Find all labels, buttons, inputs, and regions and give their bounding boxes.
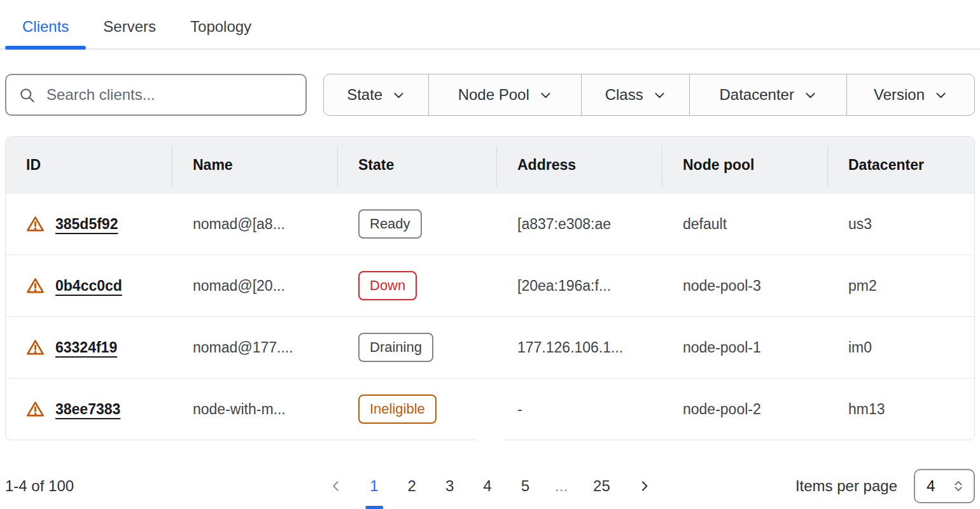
table-row: 63324f19 nomad@177.... Draining 177.126.… — [6, 316, 974, 378]
table-row: 385d5f92 nomad@[a8... Ready [a837:e308:a… — [6, 193, 974, 254]
column-header-state[interactable]: State — [338, 137, 497, 193]
search-input[interactable] — [45, 85, 293, 104]
chevron-down-icon — [934, 88, 948, 102]
table-header-row: ID Name State Address Node pool Datacent… — [6, 137, 974, 193]
items-per-page-label: Items per page — [795, 477, 897, 495]
state-badge: Draining — [358, 333, 433, 361]
client-name: nomad@[20... — [172, 255, 338, 316]
client-node-pool: node-pool-1 — [662, 317, 828, 378]
client-node-pool: default — [662, 193, 828, 254]
page-number-2[interactable]: 2 — [398, 472, 426, 500]
client-datacenter: im0 — [828, 317, 974, 378]
filter-state-label: State — [347, 86, 382, 104]
table-row: 0b4cc0cd nomad@[20... Down [20ea:196a:f.… — [6, 254, 974, 316]
chevron-down-icon — [653, 88, 666, 102]
state-badge: Ready — [358, 209, 422, 238]
column-header-address[interactable]: Address — [497, 137, 662, 193]
client-name: nomad@[a8... — [172, 193, 338, 254]
warning-icon — [26, 400, 45, 419]
filter-node-pool-label: Node Pool — [458, 86, 529, 104]
client-address: [20ea:196a:f... — [497, 255, 662, 316]
filter-group: State Node Pool Class Datacenter Version — [323, 74, 975, 116]
client-address: 177.126.106.1... — [497, 317, 662, 378]
client-id-link[interactable]: 385d5f92 — [55, 216, 118, 233]
filter-datacenter-label: Datacenter — [719, 86, 794, 104]
column-header-name[interactable]: Name — [172, 137, 338, 193]
page-number-4[interactable]: 4 — [473, 472, 501, 500]
filter-version[interactable]: Version — [847, 74, 974, 115]
table-row: 38ee7383 node-with-m... Ineligible - nod… — [6, 378, 974, 440]
client-node-pool: node-pool-2 — [662, 379, 828, 440]
warning-icon — [26, 277, 45, 295]
clients-table: ID Name State Address Node pool Datacent… — [5, 136, 975, 440]
column-header-datacenter[interactable]: Datacenter — [828, 137, 974, 193]
chevron-right-icon — [637, 479, 651, 493]
state-badge: Ineligible — [358, 394, 437, 423]
filter-class[interactable]: Class — [582, 74, 690, 115]
client-address: [a837:e308:ae — [497, 193, 662, 254]
client-id-link[interactable]: 38ee7383 — [55, 401, 120, 418]
warning-icon — [26, 338, 45, 357]
chevron-down-icon — [804, 88, 817, 102]
chevron-down-icon — [539, 88, 552, 102]
chevron-down-icon — [392, 88, 405, 102]
filter-version-label: Version — [874, 86, 925, 104]
tab-bar: Clients Servers Topology — [0, 0, 980, 50]
search-box[interactable] — [5, 74, 307, 116]
page-number-1[interactable]: 1 — [360, 472, 388, 500]
page-number-3[interactable]: 3 — [435, 472, 464, 500]
page-number-5[interactable]: 5 — [511, 472, 540, 500]
toolbar: State Node Pool Class Datacenter Version — [5, 74, 975, 116]
table-footer: 1-4 of 100 1 2 3 4 5 ... 25 Items per pa… — [5, 467, 975, 505]
tab-topology[interactable]: Topology — [173, 9, 269, 48]
pagination-ellipsis: ... — [549, 472, 574, 500]
client-name: nomad@177.... — [172, 317, 338, 378]
filter-class-label: Class — [605, 86, 643, 104]
tab-clients[interactable]: Clients — [5, 9, 86, 48]
client-datacenter: us3 — [828, 193, 974, 254]
pagination: 1 2 3 4 5 ... 25 — [321, 472, 659, 500]
chevron-left-icon — [329, 479, 343, 493]
client-address: - — [497, 379, 662, 440]
filter-datacenter[interactable]: Datacenter — [690, 74, 847, 115]
previous-page-button[interactable] — [321, 474, 351, 498]
items-per-page-select[interactable]: 4 — [914, 469, 975, 503]
state-badge: Down — [358, 271, 417, 300]
items-per-page: Items per page 4 — [795, 469, 975, 503]
column-header-node-pool[interactable]: Node pool — [662, 137, 828, 193]
client-datacenter: pm2 — [828, 255, 974, 316]
chevron-up-down-icon — [951, 479, 965, 493]
items-per-page-value: 4 — [927, 477, 935, 495]
filter-state[interactable]: State — [324, 74, 429, 115]
next-page-button[interactable] — [629, 474, 659, 498]
client-node-pool: node-pool-3 — [662, 255, 828, 316]
client-name: node-with-m... — [172, 379, 338, 440]
client-id-link[interactable]: 63324f19 — [55, 339, 117, 356]
warning-icon — [26, 215, 45, 234]
client-datacenter: hm13 — [828, 379, 974, 440]
search-icon — [18, 87, 36, 104]
filter-node-pool[interactable]: Node Pool — [429, 74, 582, 115]
page-number-25[interactable]: 25 — [583, 472, 620, 500]
column-header-id[interactable]: ID — [6, 137, 172, 193]
client-id-link[interactable]: 0b4cc0cd — [55, 277, 122, 295]
tab-servers[interactable]: Servers — [86, 9, 173, 48]
results-summary: 1-4 of 100 — [5, 477, 74, 495]
